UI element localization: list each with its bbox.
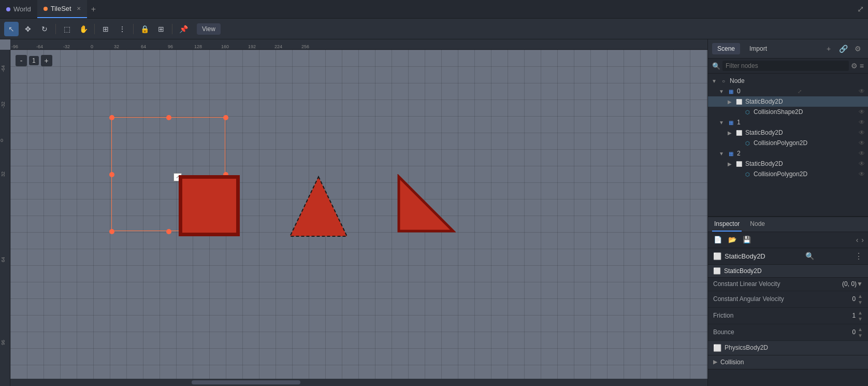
scene-tab-import[interactable]: Import [744,43,772,54]
zoom-in-button[interactable]: + [41,55,52,66]
svg-marker-0 [290,177,347,236]
prop-value-friction: 1 ▲▼ [852,310,863,322]
staticbody2d-section-header: ⬜ StaticBody2D [708,265,868,278]
filter-nodes-input[interactable] [722,61,849,71]
prop-expand-clv[interactable]: ▼ [857,280,863,288]
eye-icon-sb2[interactable]: 👁 [859,129,865,136]
scene-actions: + 🔗 ⚙ [822,42,864,55]
settings-button[interactable]: ⚙ [851,42,864,55]
rotate-tool-button[interactable]: ↻ [37,22,52,36]
ruler-vertical: -64 -32 0 32 64 96 [0,50,10,386]
scrollbar-horizontal[interactable] [10,379,707,386]
bounce-spinner[interactable]: ▲▼ [858,326,863,338]
tab-add-button[interactable]: + [87,5,100,14]
inspector-more-button[interactable]: ⋮ [855,251,863,261]
staticbody-icon-2: ⬜ [735,128,743,137]
zoom-out-button[interactable]: - [16,55,27,66]
eye-icon-1[interactable]: 👁 [859,119,865,126]
staticbody-icon-1: ⬜ [735,97,743,106]
cav-value-text: 0 [852,295,856,303]
property-friction: Friction 1 ▲▼ [708,308,868,324]
node-label: Node [730,77,745,84]
grid-snap-button[interactable]: ⊞ [154,22,168,36]
add-node-button[interactable]: + [822,42,835,55]
smart-snap-button[interactable]: ⊞ [98,22,113,36]
eye-icon-2[interactable]: 👁 [859,150,865,157]
canvas-background: - 1 + ⤢ [10,50,707,386]
tab-world[interactable]: World [0,0,37,18]
prop-value-cav: 0 ▲▼ [852,293,863,305]
toolbar-separator-4 [172,24,172,34]
toolbar-separator-1 [55,24,56,34]
resize-icon-0: ⤢ [798,89,802,94]
tree-item-staticbody2d-2[interactable]: ▶ ⬜ StaticBody2D 👁 [708,127,868,138]
tree-item-collisionshape2d[interactable]: ⬡ CollisionShape2D 👁 [708,107,868,117]
physicsbody2d-label: PhysicsBody2D [725,344,768,351]
filter-more-icon[interactable]: ≡ [860,62,864,70]
staticbody2d-section-label: StaticBody2D [724,267,762,275]
tree-item-node[interactable]: ▼ ○ Node [708,76,868,86]
friction-value-text: 1 [852,312,856,319]
view-menu-button[interactable]: View [197,23,221,35]
tab-node[interactable]: Node [748,217,767,232]
prop-value-clv: (0, 0) [842,280,857,288]
new-script-button[interactable]: 📄 [712,234,724,246]
tab-tileset-dot [44,7,48,11]
filter-settings-icon[interactable]: ⚙ [851,62,858,70]
group-select-button[interactable]: ⬚ [60,22,74,36]
collision-polygon-label-2: CollisionPolygon2D [754,170,807,178]
eye-icon-cp1[interactable]: 👁 [859,139,865,147]
tree-item-collisionpolygon2d-2[interactable]: ⬡ CollisionPolygon2D 👁 [708,169,868,179]
triangle-solid-tile [396,174,456,234]
maximize-button[interactable]: ⤢ [857,4,864,14]
collision-section[interactable]: ▶ Collision [708,355,868,369]
tab-inspector[interactable]: Inspector [712,217,742,232]
prop-label-clv: Constant Linear Velocity [713,280,842,288]
select-tool-button[interactable]: ↖ [4,22,19,36]
nav-next-button[interactable]: › [861,236,864,244]
toolbar-separator-2 [94,24,95,34]
tree-item-staticbody2d-3[interactable]: ▶ ⬜ StaticBody2D 👁 [708,159,868,169]
tree-item-collisionpolygon2d-1[interactable]: ⬡ CollisionPolygon2D 👁 [708,138,868,148]
more-options-button[interactable]: ⋮ [115,22,129,36]
tree-item-staticbody2d-1[interactable]: ▶ ⬜ StaticBody2D [708,96,868,107]
scene-tab-scene[interactable]: Scene [712,43,740,54]
pin-button[interactable]: 📌 [176,22,191,36]
nav-prev-button[interactable]: ‹ [856,236,859,244]
eye-icon-0[interactable]: 👁 [859,88,865,95]
collision-polygon-icon-1: ⬡ [743,139,751,147]
inspector-content: ⬜ StaticBody2D 🔍 ⋮ ⬜ StaticBody2D Consta… [708,248,868,387]
cav-spinner[interactable]: ▲▼ [858,293,863,305]
link-button[interactable]: 🔗 [837,42,849,55]
tab-tileset-close[interactable]: ✕ [77,6,81,11]
physicsbody2d-section[interactable]: ⬜ PhysicsBody2D [708,341,868,355]
tab-tileset[interactable]: TileSet ✕ [37,0,87,18]
open-folder-button[interactable]: 📂 [727,234,738,246]
tree-item-1[interactable]: ▼ ▦ 1 👁 [708,117,868,127]
tilemap-icon-2: ▦ [727,149,735,158]
move-tool-button[interactable]: ✥ [21,22,35,36]
canvas-area[interactable]: -96 -64 -32 0 32 64 96 128 160 192 224 2… [0,39,707,386]
editor-toolbar: ↖ ✥ ↻ ⬚ ✋ ⊞ ⋮ 🔒 ⊞ 📌 View [0,19,868,39]
tree-item-0[interactable]: ▼ ▦ 0 ⤢ 👁 [708,86,868,96]
arrow-icon-sb1: ▶ [727,99,733,105]
save-button[interactable]: 💾 [741,234,753,246]
lock-button[interactable]: 🔒 [137,22,152,36]
arrow-icon-1: ▼ [718,120,725,125]
eye-icon-cp2[interactable]: 👁 [859,170,865,178]
toolbar-separator-3 [133,24,134,34]
pan-tool-button[interactable]: ✋ [76,22,91,36]
tree-item-2[interactable]: ▼ ▦ 2 👁 [708,148,868,159]
collision-polygon-icon-2: ⬡ [743,170,751,178]
eye-icon-cs[interactable]: 👁 [859,108,865,116]
scrollbar-thumb[interactable] [192,380,300,384]
inspector-node-icon: ⬜ [713,252,721,260]
collapse-arrow: ▶ [713,359,717,365]
friction-spinner[interactable]: ▲▼ [858,310,863,322]
inspector-search-button[interactable]: 🔍 [805,252,814,260]
prop-value-bounce: 0 ▲▼ [852,326,863,338]
arrow-icon: ▼ [711,78,717,84]
eye-icon-sb3[interactable]: 👁 [859,160,865,167]
physicsbody2d-icon: ⬜ [713,344,721,352]
arrow-icon-sb3: ▶ [727,161,733,167]
